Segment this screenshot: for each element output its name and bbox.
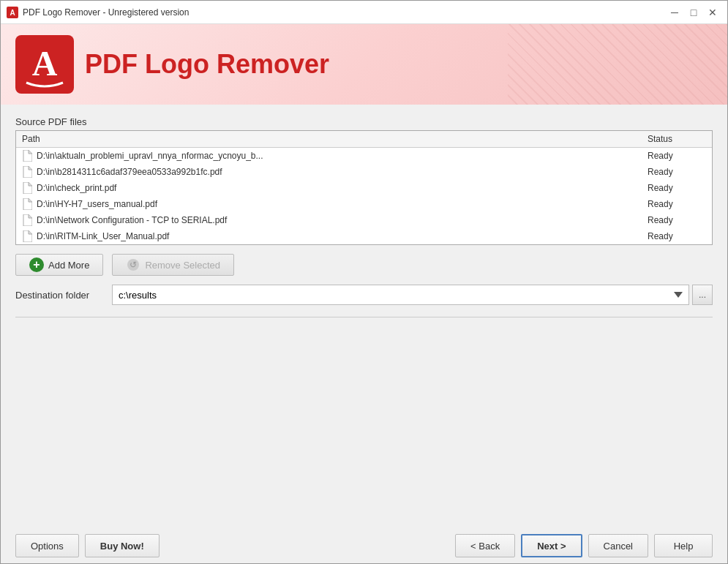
window-title: PDF Logo Remover - Unregistered version [23, 7, 189, 18]
file-path-cell: D:\in\RITM-Link_User_Manual.pdf [22, 230, 648, 242]
cancel-button[interactable]: Cancel [588, 534, 648, 557]
close-button[interactable]: ✕ [704, 4, 721, 21]
table-row[interactable]: D:\in\HY-H7_users_manual.pdf Ready [16, 196, 712, 212]
table-row[interactable]: D:\in\Network Configuration - TCP to SER… [16, 212, 712, 228]
remove-icon: ↺ [126, 257, 140, 272]
options-button[interactable]: Options [15, 534, 79, 557]
file-status-cell: Ready [648, 151, 706, 161]
file-table: Path Status D:\in\aktualn_problemi_uprav… [15, 130, 713, 245]
app-title: PDF Logo Remover [85, 49, 329, 80]
table-row[interactable]: D:\in\RITM-Link_User_Manual.pdf Ready [16, 228, 712, 244]
destination-input-wrapper: c:\results ... [112, 285, 713, 305]
logo-icon: A [15, 35, 74, 94]
footer: Options Buy Now! < Back Next > Cancel He… [1, 528, 727, 563]
title-bar: A PDF Logo Remover - Unregistered versio… [1, 1, 727, 24]
browse-button[interactable]: ... [692, 285, 713, 305]
file-icon [22, 198, 32, 210]
file-path-cell: D:\in\HY-H7_users_manual.pdf [22, 198, 648, 210]
file-icon [22, 150, 32, 162]
table-row[interactable]: D:\in\b2814311c6adaf379eea0533a992b1fc.p… [16, 164, 712, 180]
table-header: Path Status [16, 131, 712, 148]
file-status-cell: Ready [648, 215, 706, 225]
next-button[interactable]: Next > [521, 534, 582, 557]
maximize-button[interactable]: □ [685, 4, 702, 21]
remove-selected-button[interactable]: ↺ Remove Selected [112, 254, 234, 276]
add-more-button[interactable]: + Add More [15, 254, 103, 276]
footer-divider [15, 317, 713, 317]
svg-text:↺: ↺ [130, 260, 137, 270]
help-button[interactable]: Help [654, 534, 713, 557]
file-path-cell: D:\in\Network Configuration - TCP to SER… [22, 214, 648, 226]
table-row[interactable]: D:\in\aktualn_problemi_upravl_nnya_nform… [16, 148, 712, 164]
minimize-button[interactable]: ─ [666, 4, 683, 21]
footer-right-buttons: < Back Next > Cancel Help [455, 534, 713, 557]
add-icon: + [29, 257, 44, 272]
main-content: Source PDF files Path Status D:\in\aktua… [1, 105, 727, 528]
file-icon [22, 214, 32, 226]
source-section: Source PDF files Path Status D:\in\aktua… [15, 116, 713, 245]
file-list: D:\in\aktualn_problemi_upravl_nnya_nform… [16, 148, 712, 244]
buy-now-button[interactable]: Buy Now! [85, 534, 160, 557]
file-status-cell: Ready [648, 231, 706, 241]
svg-text:A: A [10, 9, 15, 17]
source-section-label: Source PDF files [15, 116, 713, 127]
file-icon [22, 230, 32, 242]
svg-text:A: A [32, 44, 58, 83]
table-row[interactable]: D:\in\check_print.pdf Ready [16, 180, 712, 196]
destination-label: Destination folder [15, 290, 103, 301]
destination-row: Destination folder c:\results ... [15, 285, 713, 305]
app-icon: A [7, 7, 18, 18]
file-icon [22, 166, 32, 178]
back-button[interactable]: < Back [455, 534, 515, 557]
file-path-cell: D:\in\aktualn_problemi_upravl_nnya_nform… [22, 150, 648, 162]
destination-select[interactable]: c:\results [112, 285, 689, 305]
file-status-cell: Ready [648, 199, 706, 209]
file-status-cell: Ready [648, 167, 706, 177]
status-column-header: Status [648, 134, 706, 144]
file-action-buttons: + Add More ↺ Remove Selected [15, 254, 713, 276]
path-column-header: Path [22, 134, 648, 144]
window-controls: ─ □ ✕ [666, 4, 721, 21]
file-status-cell: Ready [648, 183, 706, 193]
footer-left-buttons: Options Buy Now! [15, 534, 160, 557]
title-bar-left: A PDF Logo Remover - Unregistered versio… [7, 7, 189, 18]
header-banner: A PDF Logo Remover [1, 24, 727, 105]
file-path-cell: D:\in\check_print.pdf [22, 182, 648, 194]
file-path-cell: D:\in\b2814311c6adaf379eea0533a992b1fc.p… [22, 166, 648, 178]
file-icon [22, 182, 32, 194]
main-window: A PDF Logo Remover - Unregistered versio… [0, 0, 728, 564]
